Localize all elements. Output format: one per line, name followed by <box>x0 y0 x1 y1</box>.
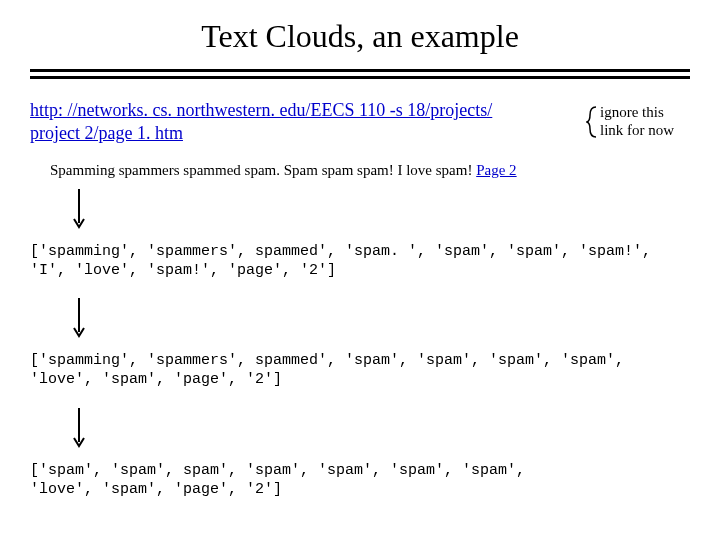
token-list-1: ['spamming', 'spammers', spammed', 'spam… <box>30 243 690 281</box>
page2-link[interactable]: Page 2 <box>476 162 516 178</box>
source-url-line2[interactable]: project 2/page 1. htm <box>30 123 183 143</box>
token-list-3: ['spam', 'spam', spam', 'spam', 'spam', … <box>30 462 690 500</box>
divider-top <box>30 69 690 72</box>
source-url-line1[interactable]: http: //networks. cs. northwestern. edu/… <box>30 100 492 120</box>
annotation-line2: link for now <box>600 122 674 138</box>
brace-icon <box>586 105 600 139</box>
annotation-line1: ignore this <box>600 104 664 120</box>
arrow-down-icon <box>72 406 86 450</box>
sentence-text: Spamming spammers spammed spam. Spam spa… <box>50 162 476 178</box>
arrow-down-icon <box>72 296 86 340</box>
divider-bottom <box>30 76 690 79</box>
annotation: ignore this link for now <box>600 103 710 139</box>
url-block: http: //networks. cs. northwestern. edu/… <box>30 99 690 146</box>
token-list-2: ['spamming', 'spammers', spammed', 'spam… <box>30 352 690 390</box>
arrow-down-icon <box>72 187 86 231</box>
example-sentence: Spamming spammers spammed spam. Spam spa… <box>50 162 690 179</box>
slide-title: Text Clouds, an example <box>30 18 690 55</box>
